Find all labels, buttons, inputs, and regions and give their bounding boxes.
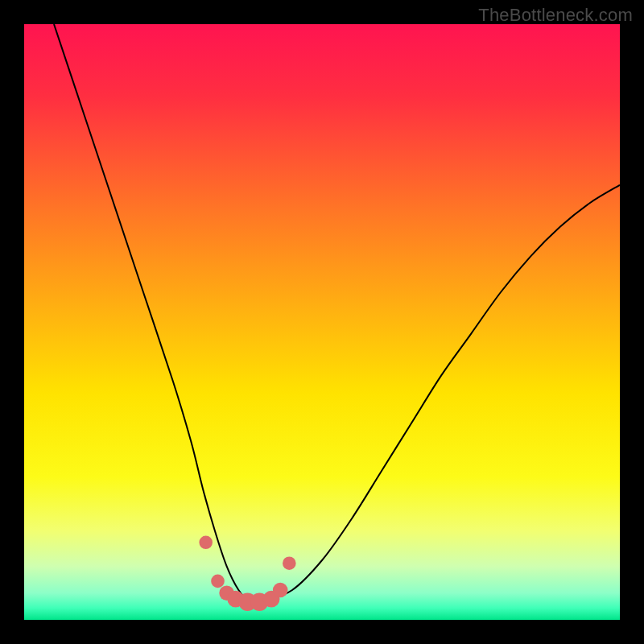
watermark-text: TheBottleneck.com <box>478 5 633 26</box>
curve-layer <box>24 24 620 620</box>
marker-dot <box>199 536 213 550</box>
marker-dot <box>283 556 296 570</box>
optimal-range-markers <box>199 536 295 612</box>
marker-dot <box>211 575 225 588</box>
plot-area <box>24 24 620 620</box>
bottleneck-curve <box>54 24 620 604</box>
chart-frame: TheBottleneck.com <box>0 0 644 644</box>
marker-dot <box>273 583 288 598</box>
